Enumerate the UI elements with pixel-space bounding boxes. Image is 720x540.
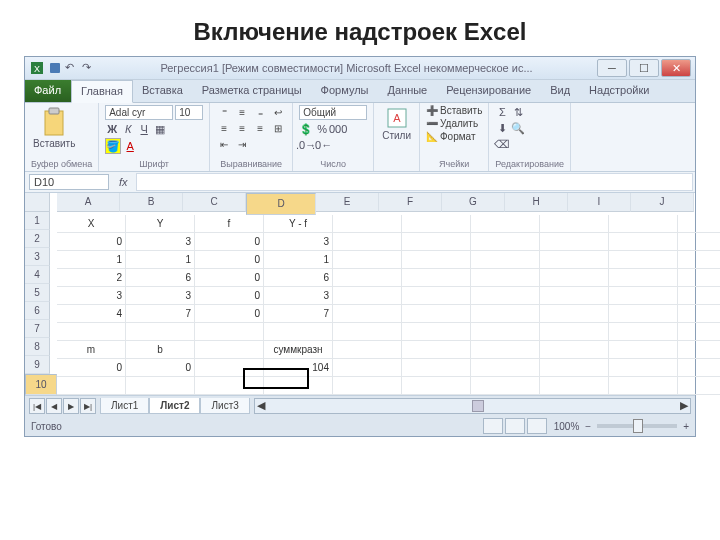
zoom-out-button[interactable]: − — [585, 421, 591, 432]
styles-button[interactable]: A Стили — [380, 105, 413, 143]
cell[interactable] — [264, 377, 333, 395]
decrease-decimal-icon[interactable]: .0← — [315, 138, 329, 152]
cell[interactable]: Y - f — [264, 215, 333, 233]
fill-icon[interactable]: ⬇ — [495, 121, 509, 135]
cell[interactable] — [333, 287, 402, 305]
cell[interactable] — [264, 323, 333, 341]
save-icon[interactable] — [48, 61, 62, 75]
number-format-select[interactable]: Общий — [299, 105, 367, 120]
tab-home[interactable]: Главная — [71, 80, 133, 103]
cell[interactable]: 3 — [264, 233, 333, 251]
cell[interactable]: b — [126, 341, 195, 359]
font-name-select[interactable]: Adal cyr — [105, 105, 173, 120]
cell[interactable] — [678, 323, 720, 341]
row-header[interactable]: 6 — [25, 302, 50, 320]
fill-color-button[interactable]: 🪣 — [105, 138, 121, 154]
autosum-icon[interactable]: Σ — [495, 105, 509, 119]
merge-button[interactable]: ⊞ — [270, 121, 286, 135]
tab-view[interactable]: Вид — [541, 80, 580, 102]
insert-cells-button[interactable]: ➕Вставить — [426, 105, 482, 116]
cell[interactable] — [471, 359, 540, 377]
cell[interactable]: 0 — [57, 233, 126, 251]
bold-button[interactable]: Ж — [105, 122, 119, 136]
indent-decrease-icon[interactable]: ⇤ — [216, 137, 232, 151]
sheet-tab-3[interactable]: Лист3 — [200, 398, 249, 414]
column-header[interactable]: J — [631, 193, 694, 212]
align-top-icon[interactable]: ⁼ — [216, 105, 232, 119]
comma-icon[interactable]: 000 — [331, 122, 345, 136]
sort-filter-icon[interactable]: ⇅ — [511, 105, 525, 119]
cell[interactable] — [609, 323, 678, 341]
cell[interactable] — [333, 341, 402, 359]
format-cells-button[interactable]: 📐Формат — [426, 131, 482, 142]
cell[interactable] — [402, 215, 471, 233]
percent-icon[interactable]: % — [315, 122, 329, 136]
cell[interactable]: 2 — [57, 269, 126, 287]
cell[interactable]: 0 — [195, 251, 264, 269]
column-header[interactable]: H — [505, 193, 568, 212]
cell[interactable] — [609, 305, 678, 323]
sheet-tab-2[interactable]: Лист2 — [149, 398, 200, 414]
cell[interactable] — [471, 233, 540, 251]
cell[interactable] — [402, 341, 471, 359]
cell[interactable] — [609, 251, 678, 269]
cell[interactable] — [678, 341, 720, 359]
cell[interactable] — [333, 251, 402, 269]
cell[interactable] — [471, 251, 540, 269]
sheet-tab-1[interactable]: Лист1 — [100, 398, 149, 414]
undo-icon[interactable]: ↶ — [65, 61, 79, 75]
cell[interactable]: 6 — [264, 269, 333, 287]
close-button[interactable]: ✕ — [661, 59, 691, 77]
delete-cells-button[interactable]: ➖Удалить — [426, 118, 482, 129]
zoom-level[interactable]: 100% — [554, 421, 580, 432]
cell[interactable] — [540, 269, 609, 287]
cell[interactable] — [402, 251, 471, 269]
paste-button[interactable]: Вставить — [31, 105, 77, 151]
cell[interactable]: 3 — [57, 287, 126, 305]
cell[interactable] — [471, 341, 540, 359]
cell[interactable]: 0 — [195, 287, 264, 305]
border-button[interactable]: ▦ — [153, 122, 167, 136]
cell[interactable] — [126, 323, 195, 341]
cell[interactable] — [333, 377, 402, 395]
tab-layout[interactable]: Разметка страницы — [193, 80, 312, 102]
cell[interactable] — [609, 377, 678, 395]
row-header[interactable]: 2 — [25, 230, 50, 248]
tab-file[interactable]: Файл — [25, 80, 71, 102]
cell[interactable] — [402, 323, 471, 341]
cell[interactable] — [540, 377, 609, 395]
cell[interactable]: X — [57, 215, 126, 233]
tab-review[interactable]: Рецензирование — [437, 80, 541, 102]
last-sheet-button[interactable]: ▶| — [80, 398, 96, 414]
page-break-view-button[interactable] — [527, 418, 547, 434]
cell[interactable] — [540, 251, 609, 269]
cell[interactable]: 4 — [57, 305, 126, 323]
cell[interactable] — [678, 233, 720, 251]
currency-icon[interactable]: 💲 — [299, 122, 313, 136]
row-header[interactable]: 5 — [25, 284, 50, 302]
row-header[interactable]: 10 — [25, 374, 57, 395]
cell[interactable]: 1 — [264, 251, 333, 269]
minimize-button[interactable]: ─ — [597, 59, 627, 77]
cell[interactable] — [402, 305, 471, 323]
row-header[interactable]: 1 — [25, 212, 50, 230]
cell[interactable] — [195, 323, 264, 341]
cell[interactable] — [471, 215, 540, 233]
cell[interactable] — [609, 341, 678, 359]
redo-icon[interactable]: ↷ — [82, 61, 96, 75]
cell[interactable] — [402, 233, 471, 251]
cell[interactable] — [540, 323, 609, 341]
column-header[interactable]: C — [183, 193, 246, 212]
indent-increase-icon[interactable]: ⇥ — [234, 137, 250, 151]
cell[interactable] — [609, 287, 678, 305]
align-center-icon[interactable]: ≡ — [234, 121, 250, 135]
increase-decimal-icon[interactable]: .0→ — [299, 138, 313, 152]
tab-addins[interactable]: Надстройки — [580, 80, 659, 102]
cell[interactable] — [333, 215, 402, 233]
cell[interactable]: суммкразн — [264, 341, 333, 359]
align-right-icon[interactable]: ≡ — [252, 121, 268, 135]
cell[interactable]: 3 — [126, 233, 195, 251]
cell[interactable] — [540, 359, 609, 377]
cell[interactable] — [333, 269, 402, 287]
tab-formulas[interactable]: Формулы — [312, 80, 379, 102]
